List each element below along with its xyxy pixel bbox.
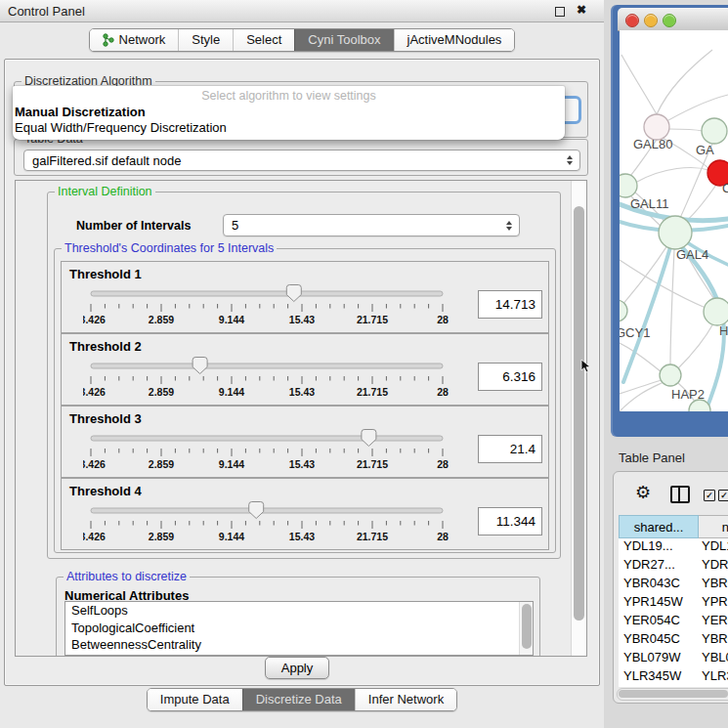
table-cell[interactable]: YDR27... bbox=[619, 557, 698, 576]
table-cell[interactable]: YDL19... bbox=[619, 538, 698, 557]
threshold-4-value-field[interactable]: 11.344 bbox=[478, 507, 542, 535]
table-row[interactable]: YDL19...YDL1 bbox=[619, 538, 728, 557]
checkbox-icon[interactable]: ✓ bbox=[704, 490, 715, 501]
network-node[interactable] bbox=[702, 118, 727, 144]
numerical-attributes-list[interactable]: SelfLoopsTopologicalCoefficientBetweenne… bbox=[64, 601, 534, 656]
threshold-3-slider[interactable]: -3.4262.8599.14415.4321.71528 bbox=[83, 428, 468, 475]
algorithm-hint-item[interactable]: Select algorithm to view settings bbox=[13, 89, 565, 103]
network-node[interactable] bbox=[620, 174, 637, 197]
algorithm-dropdown-popup: Select algorithm to view settings Manual… bbox=[13, 86, 565, 140]
threshold-2-value-field[interactable]: 6.316 bbox=[478, 363, 542, 391]
attributes-group-label: Attributes to discretize bbox=[64, 570, 190, 583]
attributes-list-scrollbar[interactable] bbox=[519, 602, 533, 655]
gear-icon[interactable]: ⚙ bbox=[635, 482, 651, 503]
checkbox-icon[interactable]: ✓ bbox=[718, 490, 728, 501]
threshold-3-value-field[interactable]: 21.4 bbox=[478, 435, 542, 463]
tab-jactivemnodules[interactable]: jActiveMNodules bbox=[394, 29, 515, 51]
network-node[interactable] bbox=[620, 300, 627, 321]
table-cell[interactable]: YBL0 bbox=[698, 650, 728, 668]
thresholds-group: Threshold's Coordinates for 5 Intervals … bbox=[54, 248, 556, 553]
table-panel-title: Table Panel bbox=[619, 450, 685, 465]
svg-text:-3.426: -3.426 bbox=[83, 458, 106, 470]
table-row[interactable]: YER054CYER0 bbox=[619, 613, 728, 631]
column-header-name[interactable]: name bbox=[699, 515, 728, 538]
table-cell[interactable]: YLR345W bbox=[619, 668, 698, 687]
svg-text:-3.426: -3.426 bbox=[83, 386, 106, 398]
threshold-4-label: Threshold 4 bbox=[69, 484, 142, 498]
tab-cyni-toolbox[interactable]: Cyni Toolbox bbox=[294, 29, 393, 51]
interval-definition-label: Interval Definition bbox=[55, 185, 155, 198]
threshold-panel-1: Threshold 1 -3.4262.8599.14415.4321.7152… bbox=[61, 261, 549, 333]
minimize-traffic-light-icon[interactable] bbox=[644, 14, 658, 27]
algorithm-option-manual[interactable]: Manual Discretization bbox=[15, 105, 146, 119]
table-cell[interactable]: YBL079W bbox=[619, 650, 698, 668]
svg-text:2.859: 2.859 bbox=[149, 458, 174, 470]
network-node[interactable] bbox=[660, 364, 681, 386]
tab-style[interactable]: Style bbox=[178, 29, 233, 51]
network-window-titlebar[interactable] bbox=[618, 8, 728, 31]
network-node-label: GA bbox=[696, 143, 714, 157]
float-window-icon[interactable] bbox=[555, 7, 565, 17]
table-horizontal-scrollbar[interactable] bbox=[617, 688, 728, 701]
num-intervals-combo[interactable]: 5 bbox=[223, 214, 520, 236]
threshold-2-slider[interactable]: -3.4262.8599.14415.4321.71528 bbox=[83, 356, 468, 403]
threshold-2-label: Threshold 2 bbox=[69, 339, 142, 354]
table-cell[interactable]: YBR043C bbox=[619, 576, 698, 594]
svg-text:2.859: 2.859 bbox=[149, 314, 174, 325]
network-node-label: C bbox=[722, 181, 728, 195]
tab-network[interactable]: Network bbox=[90, 29, 179, 51]
table-row[interactable]: YBL079WYBL0 bbox=[619, 650, 728, 668]
table-cell[interactable]: YBR045C bbox=[619, 631, 698, 650]
attribute-list-item[interactable]: TopologicalCoefficient bbox=[65, 620, 533, 637]
threshold-1-slider[interactable]: -3.4262.8599.14415.4321.71528 bbox=[83, 283, 468, 330]
cyni-toolbox-content: Discretization Algorithm Table Data galF… bbox=[4, 59, 600, 686]
close-traffic-light-icon[interactable] bbox=[625, 14, 639, 27]
svg-text:21.715: 21.715 bbox=[357, 458, 388, 470]
table-row[interactable]: YBR043CYBR0 bbox=[619, 576, 728, 594]
network-canvas[interactable]: GAL80GACGAL11GAL4GCY1HHAP2 bbox=[620, 30, 728, 411]
table-data-group: Table Data galFiltered.sif default node bbox=[14, 139, 588, 176]
settings-vertical-scrollbar[interactable] bbox=[571, 181, 586, 656]
svg-text:9.144: 9.144 bbox=[219, 531, 244, 542]
table-cell[interactable]: YPR145W bbox=[619, 594, 698, 613]
split-columns-icon[interactable] bbox=[670, 486, 690, 503]
column-header-shared-name[interactable]: shared... bbox=[619, 515, 699, 538]
table-cell[interactable]: YBR0 bbox=[698, 576, 728, 594]
table-cell[interactable]: YPR1 bbox=[698, 594, 728, 613]
threshold-panel-2: Threshold 2 -3.4262.8599.14415.4321.7152… bbox=[61, 333, 549, 406]
threshold-4-slider[interactable]: -3.4262.8599.14415.4321.71528 bbox=[83, 500, 468, 547]
tab-select[interactable]: Select bbox=[233, 29, 294, 51]
svg-text:9.144: 9.144 bbox=[219, 314, 244, 325]
network-node[interactable] bbox=[704, 298, 728, 325]
table-row[interactable]: YPR145WYPR1 bbox=[619, 594, 728, 613]
table-row[interactable]: YBR045CYBR0 bbox=[619, 631, 728, 650]
mouse-cursor bbox=[580, 359, 591, 373]
table-row[interactable]: YDR27...YDR2 bbox=[619, 557, 728, 576]
table-cell[interactable]: YER0 bbox=[698, 613, 728, 631]
close-icon[interactable]: ✖ bbox=[577, 3, 586, 17]
attribute-list-item[interactable]: SelfLoops bbox=[65, 602, 533, 620]
tab-infer-network[interactable]: Infer Network bbox=[355, 689, 456, 710]
algorithm-option-equal-width[interactable]: Equal Width/Frequency Discretization bbox=[15, 120, 227, 135]
table-cell[interactable]: YDL1 bbox=[698, 538, 728, 557]
network-node[interactable] bbox=[659, 216, 692, 249]
table-cell[interactable]: YER054C bbox=[619, 613, 698, 631]
control-panel: Control Panel ✖ Network Style Select Cyn… bbox=[0, 0, 604, 728]
tab-discretize-data[interactable]: Discretize Data bbox=[242, 689, 355, 710]
table-cell[interactable]: YLR3 bbox=[698, 668, 728, 687]
table-row[interactable]: YLR345WYLR3 bbox=[619, 668, 728, 687]
threshold-1-value-field[interactable]: 14.713 bbox=[478, 290, 542, 319]
table-rows[interactable]: YDL19...YDL1YDR27...YDR2YBR043CYBR0YPR14… bbox=[619, 538, 728, 687]
tab-impute-data[interactable]: Impute Data bbox=[148, 689, 242, 710]
svg-text:21.715: 21.715 bbox=[357, 314, 388, 325]
apply-button[interactable]: Apply bbox=[265, 657, 329, 679]
svg-text:9.144: 9.144 bbox=[219, 458, 244, 470]
zoom-traffic-light-icon[interactable] bbox=[663, 14, 676, 27]
table-data-combo[interactable]: galFiltered.sif default node bbox=[23, 150, 580, 171]
table-header-row: shared... name bbox=[619, 515, 728, 538]
table-cell[interactable]: YDR2 bbox=[698, 557, 728, 576]
threshold-panel-4: Threshold 4 -3.4262.8599.14415.4321.7152… bbox=[61, 478, 549, 550]
svg-text:15.43: 15.43 bbox=[289, 314, 315, 325]
table-cell[interactable]: YBR0 bbox=[698, 631, 728, 650]
attribute-list-item[interactable]: BetweennessCentrality bbox=[65, 636, 533, 654]
